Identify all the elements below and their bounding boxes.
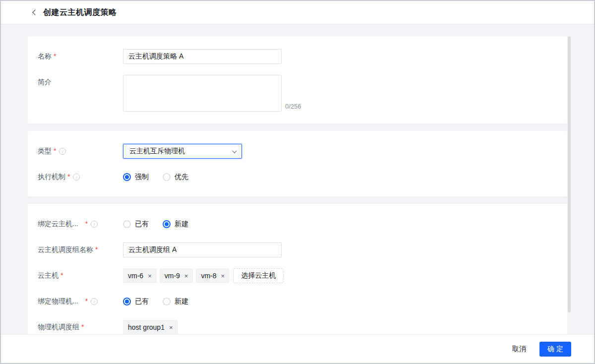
intro-textarea[interactable] (123, 75, 282, 112)
info-icon[interactable]: i (91, 298, 98, 305)
page-title: 创建云主机调度策略 (43, 7, 117, 18)
radio-existing-host-group[interactable]: 已有 (123, 297, 149, 306)
card-bindings: 绑定云主机... * i 已有 新建 云主机调度组 (28, 204, 567, 334)
host-group-tag-list: host group1 × (123, 320, 178, 334)
remove-tag-icon[interactable]: × (221, 273, 225, 279)
radio-mandatory[interactable]: 强制 (123, 173, 149, 182)
chevron-down-icon (232, 148, 237, 153)
radio-new-vm-group[interactable]: 新建 (163, 220, 188, 229)
vms-label: 云主机 (38, 271, 59, 280)
required-asterisk: * (60, 271, 63, 279)
create-vm-scheduling-policy-page: 创建云主机调度策略 名称 * 简介 0/256 (0, 0, 595, 364)
required-asterisk: * (81, 323, 84, 331)
form-scroll-area: 名称 * 简介 0/256 类型 * i (1, 24, 594, 334)
host-group-label: 物理机调度组 (38, 323, 79, 332)
chevron-left-icon (32, 9, 38, 15)
radio-checked-icon (123, 173, 131, 181)
card-type-mechanism: 类型 * i 云主机互斥物理机 执行机制 * i (28, 131, 567, 196)
name-input[interactable] (123, 49, 282, 64)
form-row-type: 类型 * i 云主机互斥物理机 (38, 144, 555, 159)
info-icon[interactable]: i (59, 148, 66, 155)
action-footer: 取消 确定 (1, 334, 594, 363)
required-asterisk: * (85, 220, 88, 228)
form-row-bind-host-group: 绑定物理机... * i 已有 新建 (38, 294, 555, 309)
vm-tag-list: vm-6 × vm-9 × vm-8 × 选择云主机 (123, 268, 284, 283)
select-vms-button[interactable]: 选择云主机 (233, 268, 284, 283)
type-select[interactable]: 云主机互斥物理机 (123, 144, 242, 159)
form-row-vm-group-name: 云主机调度组名称 * (38, 243, 555, 257)
vm-group-name-label: 云主机调度组名称 (38, 245, 93, 254)
form-row-vms: 云主机 * vm-6 × vm-9 × vm-8 × (38, 268, 555, 283)
radio-preferred[interactable]: 优先 (163, 173, 188, 182)
required-asterisk: * (95, 245, 98, 253)
page-header: 创建云主机调度策略 (1, 1, 594, 24)
remove-tag-icon[interactable]: × (169, 324, 173, 331)
bind-vm-radio-group: 已有 新建 (123, 217, 188, 232)
form-row-mechanism: 执行机制 * i 强制 优先 (38, 170, 555, 184)
bind-vm-label: 绑定云主机... (38, 220, 78, 229)
type-select-value: 云主机互斥物理机 (129, 147, 232, 156)
info-icon[interactable]: i (91, 221, 98, 228)
scrollbar-thumb[interactable] (568, 36, 571, 312)
radio-new-host-group[interactable]: 新建 (163, 297, 188, 306)
radio-unchecked-icon (163, 298, 171, 305)
remove-tag-icon[interactable]: × (148, 273, 152, 279)
radio-checked-icon (163, 220, 171, 228)
required-asterisk: * (54, 147, 56, 155)
confirm-button[interactable]: 确定 (539, 342, 571, 357)
vm-tag: vm-8 × (196, 268, 230, 283)
radio-existing-vm-group[interactable]: 已有 (123, 220, 149, 229)
info-icon[interactable]: i (73, 174, 80, 181)
type-label: 类型 (38, 147, 52, 156)
form-row-bind-vm-group: 绑定云主机... * i 已有 新建 (38, 217, 555, 232)
char-counter: 0/256 (285, 103, 301, 110)
radio-checked-icon (123, 298, 131, 305)
required-asterisk: * (85, 297, 88, 305)
radio-unchecked-icon (163, 173, 171, 181)
vm-tag: vm-6 × (123, 268, 157, 283)
vm-group-name-input[interactable] (123, 243, 282, 257)
intro-label: 简介 (38, 78, 52, 87)
required-asterisk: * (67, 173, 70, 181)
form-row-host-group: 物理机调度组 * host group1 × (38, 320, 555, 334)
mechanism-radio-group: 强制 优先 (123, 170, 188, 184)
bind-host-radio-group: 已有 新建 (123, 294, 188, 309)
vm-tag: vm-9 × (160, 268, 193, 283)
bind-host-label: 绑定物理机... (38, 297, 78, 306)
cancel-button[interactable]: 取消 (511, 342, 527, 357)
form-row-name: 名称 * (38, 49, 555, 64)
form-row-intro: 简介 0/256 (38, 75, 555, 112)
card-basic-info: 名称 * 简介 0/256 (28, 36, 567, 123)
required-asterisk: * (54, 52, 56, 60)
remove-tag-icon[interactable]: × (184, 273, 188, 279)
back-button[interactable] (30, 8, 39, 17)
radio-unchecked-icon (123, 220, 131, 228)
name-label: 名称 (38, 52, 52, 61)
mechanism-label: 执行机制 (38, 173, 65, 182)
host-group-tag: host group1 × (123, 320, 178, 334)
